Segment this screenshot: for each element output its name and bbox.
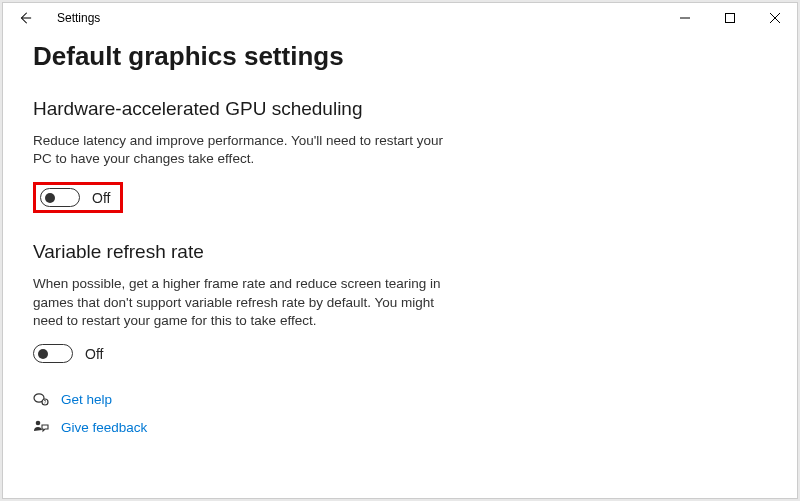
- vrr-toggle-row: Off: [33, 344, 767, 363]
- vrr-toggle-label: Off: [85, 346, 103, 362]
- get-help-row: ? Get help: [33, 391, 767, 407]
- content-area: Default graphics settings Hardware-accel…: [3, 33, 797, 467]
- window-title: Settings: [57, 11, 100, 25]
- section-heading-vrr: Variable refresh rate: [33, 241, 767, 263]
- vrr-toggle[interactable]: [33, 344, 73, 363]
- section-heading-gpu: Hardware-accelerated GPU scheduling: [33, 98, 767, 120]
- highlighted-toggle-region: Off: [33, 182, 123, 213]
- feedback-icon: [33, 419, 49, 435]
- svg-rect-1: [725, 14, 734, 23]
- get-help-link[interactable]: Get help: [61, 392, 112, 407]
- page-title: Default graphics settings: [33, 41, 767, 72]
- gpu-scheduling-toggle[interactable]: [40, 188, 80, 207]
- svg-point-7: [36, 421, 41, 426]
- close-icon: [770, 13, 780, 23]
- give-feedback-row: Give feedback: [33, 419, 767, 435]
- arrow-left-icon: [18, 11, 32, 25]
- toggle-knob-icon: [45, 193, 55, 203]
- back-button[interactable]: [11, 4, 39, 32]
- maximize-icon: [725, 13, 735, 23]
- give-feedback-link[interactable]: Give feedback: [61, 420, 147, 435]
- settings-window: Settings Default graphics settings Hardw…: [2, 2, 798, 499]
- svg-text:?: ?: [44, 399, 47, 405]
- toggle-knob-icon: [38, 349, 48, 359]
- gpu-toggle-label: Off: [92, 190, 110, 206]
- titlebar: Settings: [3, 3, 797, 33]
- close-button[interactable]: [752, 3, 797, 33]
- section-desc-gpu: Reduce latency and improve performance. …: [33, 132, 453, 168]
- maximize-button[interactable]: [707, 3, 752, 33]
- window-controls: [662, 3, 797, 33]
- section-desc-vrr: When possible, get a higher frame rate a…: [33, 275, 453, 330]
- section-gpu-scheduling: Hardware-accelerated GPU scheduling Redu…: [33, 98, 767, 241]
- help-icon: ?: [33, 391, 49, 407]
- section-variable-refresh: Variable refresh rate When possible, get…: [33, 241, 767, 363]
- minimize-icon: [680, 13, 690, 23]
- minimize-button[interactable]: [662, 3, 707, 33]
